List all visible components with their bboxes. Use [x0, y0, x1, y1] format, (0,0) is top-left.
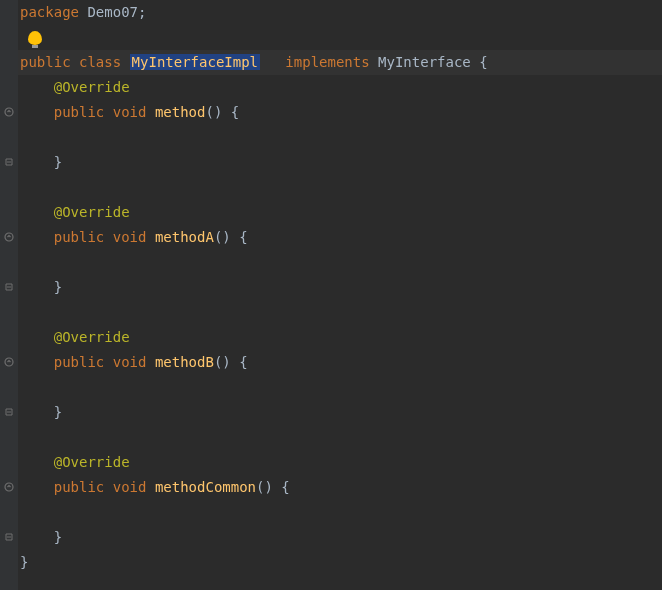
code-line[interactable]: @Override [18, 325, 662, 350]
code-line[interactable]: @Override [18, 75, 662, 100]
code-editor[interactable]: package Demo07; public class MyInterface… [0, 0, 662, 590]
code-line[interactable]: } [18, 525, 662, 550]
method-name: methodA [155, 229, 214, 245]
code-line[interactable] [18, 425, 662, 450]
code-line[interactable]: } [18, 550, 662, 575]
code-line[interactable]: } [18, 275, 662, 300]
implement-marker-icon[interactable] [3, 106, 15, 118]
class-name-selected: MyInterfaceImpl [130, 54, 260, 70]
svg-point-3 [5, 483, 13, 491]
fold-icon[interactable] [3, 156, 15, 168]
code-line[interactable] [18, 375, 662, 400]
annotation-override: @Override [54, 454, 130, 470]
svg-point-1 [5, 233, 13, 241]
keyword-package: package [20, 4, 79, 20]
code-line[interactable]: @Override [18, 450, 662, 475]
keyword-class: class [79, 54, 121, 70]
annotation-override: @Override [54, 204, 130, 220]
code-line[interactable] [18, 500, 662, 525]
code-line[interactable]: } [18, 150, 662, 175]
svg-point-2 [5, 358, 13, 366]
keyword-implements: implements [285, 54, 369, 70]
svg-point-0 [5, 108, 13, 116]
code-line[interactable] [18, 175, 662, 200]
annotation-override: @Override [54, 329, 130, 345]
keyword-public: public [20, 54, 71, 70]
code-line[interactable]: public void methodCommon() { [18, 475, 662, 500]
method-name: method [155, 104, 206, 120]
implement-marker-icon[interactable] [3, 481, 15, 493]
fold-icon[interactable] [3, 531, 15, 543]
keyword-void: void [113, 104, 147, 120]
code-line[interactable]: public void method() { [18, 100, 662, 125]
code-area[interactable]: package Demo07; public class MyInterface… [18, 0, 662, 590]
code-line[interactable] [18, 300, 662, 325]
fold-icon[interactable] [3, 281, 15, 293]
code-line[interactable] [18, 250, 662, 275]
code-line-current[interactable]: public class MyInterfaceImpl implements … [18, 50, 662, 75]
implement-marker-icon[interactable] [3, 356, 15, 368]
interface-name: MyInterface [378, 54, 471, 70]
code-line[interactable]: public void methodB() { [18, 350, 662, 375]
code-line[interactable] [18, 125, 662, 150]
intention-bulb-line [18, 25, 662, 50]
intention-bulb-icon[interactable] [28, 31, 42, 45]
code-line[interactable]: public void methodA() { [18, 225, 662, 250]
code-line[interactable]: } [18, 400, 662, 425]
code-line[interactable]: @Override [18, 200, 662, 225]
annotation-override: @Override [54, 79, 130, 95]
package-name: Demo07; [79, 4, 146, 20]
method-name: methodB [155, 354, 214, 370]
fold-icon[interactable] [3, 406, 15, 418]
implement-marker-icon[interactable] [3, 231, 15, 243]
gutter [0, 0, 18, 590]
code-line[interactable]: package Demo07; [18, 0, 662, 25]
method-name: methodCommon [155, 479, 256, 495]
